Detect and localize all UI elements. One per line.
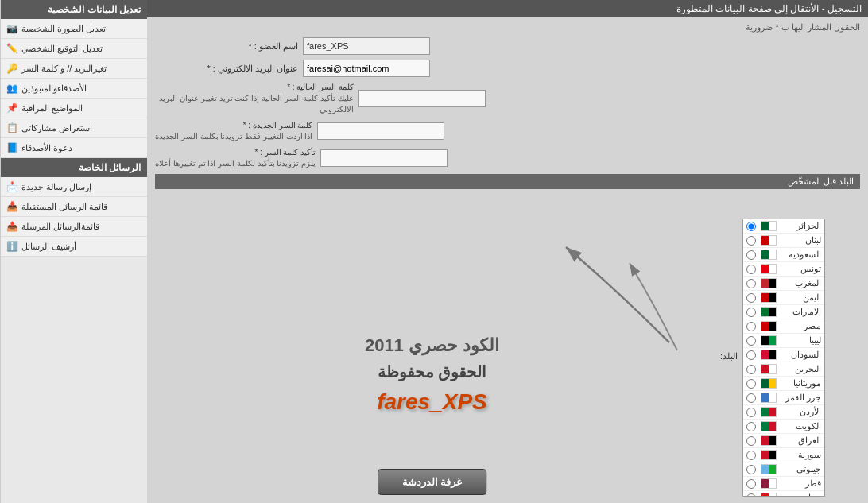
- username-label: اسم العضو : *: [155, 41, 298, 52]
- sidebar-item-change-password[interactable]: تغيرالبريد // و كلمة السر 🔑: [1, 59, 147, 79]
- country-radio[interactable]: [746, 265, 756, 274]
- country-list[interactable]: الجزائرلبنانالسعوديةتونسالمغرباليمنالاما…: [742, 219, 825, 497]
- country-radio[interactable]: [746, 350, 756, 360]
- country-flag-icon: [761, 464, 777, 474]
- send-icon: 📩: [6, 180, 18, 193]
- country-flag-icon: [761, 335, 777, 346]
- country-item[interactable]: سورية: [743, 448, 824, 462]
- sidebar-label-inbox: قائمة الرسائل المستقبلة: [21, 202, 107, 212]
- country-radio[interactable]: [746, 393, 756, 403]
- sidebar-item-send-msg[interactable]: إرسال رسالة جديدة 📩: [1, 177, 147, 197]
- current-password-input[interactable]: [358, 90, 486, 107]
- country-flag-icon: [761, 378, 777, 389]
- country-item[interactable]: مصر: [743, 319, 824, 334]
- sidebar-label-edit-signature: تعديل التوقيع الشخصي: [21, 44, 103, 54]
- country-flag-icon: [761, 364, 777, 374]
- country-item[interactable]: قطر: [743, 477, 824, 491]
- username-input[interactable]: [303, 37, 430, 55]
- country-flag-icon: [761, 393, 777, 403]
- country-radio[interactable]: [746, 336, 756, 346]
- confirm-password-label: تأكيد كلمة السر : * يلزم تزويدنا بتأكيد …: [155, 147, 316, 169]
- sidebar-label-send-msg: إرسال رسالة جديدة: [21, 182, 91, 192]
- country-name-label: العراق: [777, 435, 821, 446]
- country-radio[interactable]: [746, 293, 756, 303]
- sidebar-label-sent: قائمةالرسائل المرسلة: [21, 222, 99, 232]
- country-item[interactable]: موريتانيا: [743, 377, 824, 391]
- sidebar-item-sent[interactable]: قائمةالرسائل المرسلة 📤: [1, 217, 147, 237]
- country-item[interactable]: لبنان: [743, 234, 824, 248]
- sidebar-header-messages: الرسائل الخاصة: [1, 158, 147, 177]
- camera-icon: 📷: [6, 22, 18, 35]
- top-bar-text: التسجيل - الأنتقال إلى صفحة البيانات الم…: [676, 3, 862, 14]
- sidebar-label-change-password: تغيرالبريد // و كلمة السر: [21, 64, 107, 74]
- confirm-password-row: تأكيد كلمة السر : * يلزم تزويدنا بتأكيد …: [155, 147, 860, 169]
- country-name-label: ليبيا: [777, 335, 821, 346]
- country-item[interactable]: ليبيا: [743, 334, 824, 348]
- sidebar-item-archive[interactable]: أرشيف الرسائل ℹ️: [1, 237, 147, 257]
- username-row: اسم العضو : *: [155, 37, 860, 55]
- country-flag-icon: [761, 493, 777, 497]
- country-name-label: جزر القمر: [777, 393, 821, 403]
- country-item[interactable]: جيبوتي: [743, 462, 824, 477]
- main-container: التسجيل - الأنتقال إلى صفحة البيانات الم…: [0, 0, 868, 503]
- sidebar-item-edit-signature[interactable]: تعديل التوقيع الشخصي ✏️: [1, 39, 147, 59]
- arrow-decoration: [550, 223, 709, 366]
- confirm-password-input[interactable]: [320, 149, 448, 167]
- exclusive-code-text: الكود حصري 2011: [365, 335, 499, 356]
- country-item[interactable]: الجزائر: [743, 219, 824, 234]
- country-radio[interactable]: [746, 279, 756, 288]
- sidebar: تعديل البيانات الشخصية تعديل الصورة الشخ…: [0, 0, 147, 503]
- country-radio[interactable]: [746, 322, 756, 331]
- new-password-input[interactable]: [317, 122, 444, 140]
- sidebar-item-invite[interactable]: دعوة الأصدقاء 📘: [1, 138, 147, 158]
- country-name-label: السودان: [777, 350, 821, 360]
- country-radio[interactable]: [746, 465, 756, 474]
- required-note: الحقول المشار اليها ب * ضرورية: [155, 22, 860, 33]
- sidebar-item-edit-photo[interactable]: تعديل الصورة الشخصية 📷: [1, 19, 147, 39]
- top-bar: التسجيل - الأنتقال إلى صفحة البيانات الم…: [147, 0, 868, 17]
- country-radio[interactable]: [746, 493, 756, 497]
- country-name-label: اليمن: [777, 292, 821, 303]
- country-radio[interactable]: [746, 451, 756, 460]
- chat-button[interactable]: غرفة الدردشة: [378, 469, 487, 495]
- sidebar-label-friends: الأصدقاءوالمنبوذين: [21, 83, 87, 94]
- country-item[interactable]: الأردن: [743, 405, 824, 420]
- country-name-label: عمان: [777, 493, 821, 497]
- country-item[interactable]: الكويت: [743, 420, 824, 434]
- sidebar-item-topics[interactable]: المواضيع المراقبة 📌: [1, 99, 147, 118]
- country-item[interactable]: السودان: [743, 348, 824, 362]
- country-radio[interactable]: [746, 379, 756, 389]
- country-item[interactable]: تونس: [743, 262, 824, 277]
- country-item[interactable]: المغرب: [743, 277, 824, 291]
- country-item[interactable]: الامارات: [743, 305, 824, 319]
- email-row: عنوان البريد الالكتروني : *: [155, 60, 860, 77]
- archive-icon: ℹ️: [6, 240, 18, 253]
- sidebar-label-archive: أرشيف الرسائل: [21, 242, 76, 252]
- country-radio[interactable]: [746, 250, 756, 260]
- email-label: عنوان البريد الالكتروني : *: [155, 64, 298, 74]
- country-item[interactable]: البحرين: [743, 362, 824, 377]
- country-name-label: سورية: [777, 450, 821, 460]
- section-divider: البلد قبل المشخّص: [155, 174, 860, 189]
- sidebar-item-inbox[interactable]: قائمة الرسائل المستقبلة 📥: [1, 197, 147, 217]
- sidebar-item-friends[interactable]: الأصدقاءوالمنبوذين 👥: [1, 79, 147, 99]
- country-item[interactable]: عمان: [743, 491, 824, 497]
- country-radio[interactable]: [746, 365, 756, 374]
- form-section: الحقول المشار اليها ب * ضرورية اسم العضو…: [147, 17, 868, 215]
- country-radio[interactable]: [746, 408, 756, 417]
- friends-icon: 👥: [6, 82, 18, 95]
- country-item[interactable]: جزر القمر: [743, 391, 824, 405]
- country-radio[interactable]: [746, 236, 756, 246]
- country-radio[interactable]: [746, 222, 756, 231]
- country-item[interactable]: اليمن: [743, 291, 824, 305]
- country-radio[interactable]: [746, 308, 756, 317]
- country-item[interactable]: العراق: [743, 434, 824, 448]
- country-radio[interactable]: [746, 436, 756, 446]
- country-radio[interactable]: [746, 422, 756, 431]
- country-radio[interactable]: [746, 479, 756, 489]
- country-flag-icon: [761, 221, 777, 231]
- country-flag-icon: [761, 292, 777, 303]
- country-item[interactable]: السعودية: [743, 248, 824, 262]
- email-input[interactable]: [303, 60, 430, 77]
- sidebar-item-participations[interactable]: استعراض مشاركاتي 📋: [1, 118, 147, 138]
